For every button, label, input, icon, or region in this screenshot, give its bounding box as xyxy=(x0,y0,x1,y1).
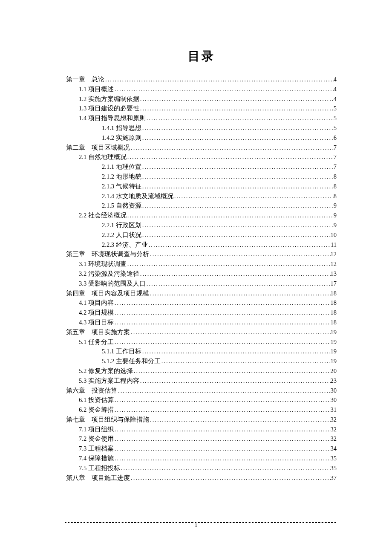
toc-entry[interactable]: 3.1 环境现状调查12 xyxy=(66,261,337,267)
toc-title: 目录 xyxy=(66,48,337,64)
toc-entry[interactable]: 第三章 环境现状调查与分析12 xyxy=(66,251,337,257)
toc-entry-page: 9 xyxy=(334,212,337,219)
toc-entry[interactable]: 7.4 保障措施35 xyxy=(66,455,337,462)
toc-entry[interactable]: 1.1 项目概述4 xyxy=(66,86,337,92)
toc-entry-page: 9 xyxy=(334,222,337,228)
toc-entry-page: 18 xyxy=(331,300,337,306)
toc-entry-page: 7 xyxy=(334,145,337,151)
toc-leader-dots xyxy=(114,397,331,403)
toc-entry[interactable]: 5.3 实施方案工程内容23 xyxy=(66,378,337,384)
toc-entry-label: 5.1 任务分工 xyxy=(79,339,114,345)
toc-entry[interactable]: 第六章 投资估算30 xyxy=(66,387,337,394)
toc-entry[interactable]: 2.1.1 地理位置7 xyxy=(66,164,337,170)
toc-entry-page: 5 xyxy=(334,125,337,131)
toc-entry[interactable]: 4.2 项目规模18 xyxy=(66,309,337,316)
toc-entry-page: 11 xyxy=(331,242,337,248)
toc-entry[interactable]: 2.2 社会经济概况9 xyxy=(66,212,337,219)
toc-entry[interactable]: 3.3 受影响的范围及人口17 xyxy=(66,280,337,287)
toc-entry[interactable]: 第二章 项目区域概况7 xyxy=(66,145,337,151)
toc-leader-dots xyxy=(148,242,331,248)
toc-entry-label: 1.3 项目建设的必要性 xyxy=(79,105,139,112)
toc-entry-label: 1.4.2 实施原则 xyxy=(102,135,141,141)
toc-entry[interactable]: 2.2.3 经济、产业11 xyxy=(66,242,337,248)
toc-leader-dots xyxy=(127,261,331,267)
toc-entry-label: 2.1.2 地形地貌 xyxy=(102,173,141,180)
toc-entry[interactable]: 第八章 项目施工进度37 xyxy=(66,475,337,481)
toc-leader-dots xyxy=(114,319,331,326)
toc-entry-label: 第四章 项目内容及项目规模 xyxy=(66,290,149,297)
toc-entry-page: 4 xyxy=(334,86,337,92)
toc-entry[interactable]: 5.1 任务分工19 xyxy=(66,339,337,345)
toc-leader-dots xyxy=(146,115,334,121)
toc-entry-label: 4.1 项目内容 xyxy=(79,300,114,306)
toc-entry-label: 3.1 环境现状调查 xyxy=(79,261,127,267)
toc-entry[interactable]: 7.5 工程招投标35 xyxy=(66,465,337,471)
toc-entry-label: 第七章 项目组织与保障措施 xyxy=(66,416,149,423)
toc-entry[interactable]: 第一章 总论4 xyxy=(66,76,337,83)
toc-leader-dots xyxy=(130,145,334,151)
toc-entry-label: 第六章 投资估算 xyxy=(66,387,117,394)
toc-entry[interactable]: 6.2 资金筹措31 xyxy=(66,407,337,413)
toc-entry[interactable]: 第七章 项目组织与保障措施32 xyxy=(66,416,337,423)
toc-entry-page: 34 xyxy=(331,445,337,452)
toc-entry[interactable]: 5.1.1 工作目标19 xyxy=(66,348,337,355)
toc-entry[interactable]: 2.1.4 水文地质及流域概况8 xyxy=(66,193,337,199)
toc-entry-page: 18 xyxy=(331,319,337,326)
toc-entry-page: 12 xyxy=(331,251,337,257)
toc-entry-page: 35 xyxy=(331,455,337,462)
toc-leader-dots xyxy=(114,300,331,306)
toc-entry-label: 2.2 社会经济概况 xyxy=(79,212,127,219)
toc-entry[interactable]: 1.4.2 实施原则6 xyxy=(66,135,337,141)
toc-entry-label: 5.1.1 工作目标 xyxy=(102,348,141,355)
toc-entry-page: 37 xyxy=(331,475,337,481)
toc-entry-label: 7.4 保障措施 xyxy=(79,455,114,462)
toc-leader-dots xyxy=(139,378,331,384)
toc-leader-dots xyxy=(173,193,334,199)
toc-entry[interactable]: 5.1.2 主要任务和分工19 xyxy=(66,358,337,364)
toc-entry-page: 18 xyxy=(331,290,337,297)
toc-entry[interactable]: 2.1 自然地理概况7 xyxy=(66,154,337,160)
toc-entry[interactable]: 1.2 实施方案编制依据4 xyxy=(66,96,337,102)
toc-entry[interactable]: 7.1 项目组织32 xyxy=(66,426,337,433)
toc-entry[interactable]: 4.3 项目目标18 xyxy=(66,319,337,326)
toc-leader-dots xyxy=(139,96,334,102)
toc-entry[interactable]: 第四章 项目内容及项目规模18 xyxy=(66,290,337,297)
toc-entry[interactable]: 2.2.2 人口状况10 xyxy=(66,232,337,238)
toc-entry-page: 7 xyxy=(334,154,337,160)
toc-entry[interactable]: 1.4 项目指导思想和原则5 xyxy=(66,115,337,121)
toc-leader-dots xyxy=(149,251,331,257)
toc-entry-label: 2.2.1 行政区划 xyxy=(102,222,141,228)
toc-entry[interactable]: 5.2 修复方案的选择20 xyxy=(66,368,337,374)
toc-entry-page: 4 xyxy=(334,76,337,83)
toc-entry-page: 35 xyxy=(331,465,337,471)
toc-entry[interactable]: 3.2 污染源及污染途径13 xyxy=(66,271,337,277)
toc-entry[interactable]: 7.2 资金使用32 xyxy=(66,436,337,442)
toc-leader-dots xyxy=(141,222,334,228)
toc-leader-dots xyxy=(120,465,331,471)
toc-entry[interactable]: 2.2.1 行政区划9 xyxy=(66,222,337,228)
toc-leader-dots xyxy=(141,125,334,131)
toc-leader-dots xyxy=(114,86,334,92)
toc-entry-page: 6 xyxy=(334,135,337,141)
toc-entry-page: 19 xyxy=(331,348,337,355)
toc-leader-dots xyxy=(141,232,331,238)
toc-entry-label: 第一章 总论 xyxy=(66,76,104,83)
toc-entry-page: 8 xyxy=(334,173,337,180)
toc-entry[interactable]: 4.1 项目内容18 xyxy=(66,300,337,306)
toc-leader-dots xyxy=(146,280,331,287)
toc-entry[interactable]: 1.3 项目建设的必要性5 xyxy=(66,105,337,112)
toc-entry-label: 2.1 自然地理概况 xyxy=(79,154,127,160)
toc-entry[interactable]: 6.1 投资估算30 xyxy=(66,397,337,403)
toc-entry[interactable]: 1.4.1 指导思想5 xyxy=(66,125,337,131)
toc-entry[interactable]: 2.1.5 自然资源9 xyxy=(66,202,337,209)
toc-entry-page: 13 xyxy=(331,271,337,277)
toc-entry[interactable]: 2.1.2 地形地貌8 xyxy=(66,173,337,180)
toc-entry-label: 1.4 项目指导思想和原则 xyxy=(79,115,146,121)
toc-list: 第一章 总论41.1 项目概述41.2 实施方案编制依据41.3 项目建设的必要… xyxy=(66,76,337,481)
toc-entry-page: 19 xyxy=(331,358,337,364)
toc-entry[interactable]: 2.1.3 气候特征8 xyxy=(66,183,337,190)
toc-entry-label: 第八章 项目施工进度 xyxy=(66,475,130,481)
toc-entry[interactable]: 7.3 工程档案34 xyxy=(66,445,337,452)
toc-entry[interactable]: 第五章 项目实施方案19 xyxy=(66,329,337,335)
toc-leader-dots xyxy=(114,339,331,345)
